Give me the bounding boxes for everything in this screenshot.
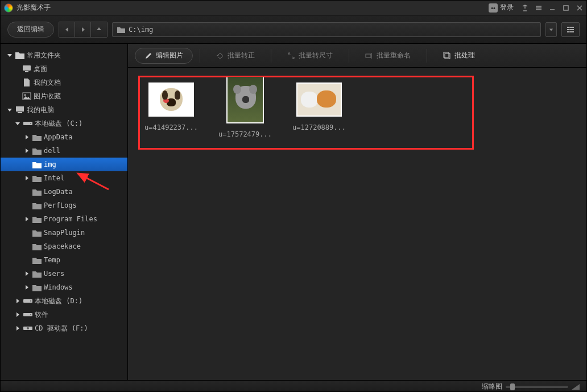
svg-marker-23 [26,148,28,153]
tree-drive-c[interactable]: 本地磁盘 (C:) [1,117,127,130]
thumbnail-item[interactable]: u=41492237... [143,82,200,138]
edit-image-button[interactable]: 编辑图片 [135,48,193,64]
svg-rect-13 [25,71,28,72]
thumbnail-caption: u=12720889... [292,123,346,131]
thumbnail-item[interactable]: u=17572479... [217,82,274,138]
pictures-icon [22,92,31,100]
slider-knob[interactable] [510,383,515,390]
svg-rect-18 [18,112,22,113]
expand-icon [23,271,30,276]
tree-favorites[interactable]: 常用文件夹 [1,48,127,62]
expand-icon [23,135,30,139]
folder-icon [32,229,42,237]
pencil-icon [144,52,152,60]
svg-rect-7 [567,29,569,30]
expand-icon [14,312,21,317]
folder-icon [32,133,42,141]
svg-rect-6 [569,27,574,28]
svg-marker-2 [82,27,85,32]
collapse-icon [14,121,21,126]
expand-icon [14,326,21,331]
tree-pictures[interactable]: 图片收藏 [1,89,127,103]
svg-marker-27 [26,285,28,290]
svg-point-21 [30,123,31,124]
thumbnail-item[interactable]: u=12720889... [291,82,348,138]
thumbnail-image [148,82,194,117]
tree-software[interactable]: 软件 [1,308,127,321]
cd-drive-icon [23,324,32,332]
tree-folder-perflogs[interactable]: PerfLogs [1,199,127,212]
tree-folder-program-files[interactable]: Program Files [1,212,127,226]
tree-folder-spacekace[interactable]: Spacekace [1,240,127,253]
content-toolbar: 编辑图片 批量转正 批量转尺寸 批量重命名 批处理 [128,44,586,68]
pin-button[interactable] [518,1,532,15]
tree-desktop[interactable]: 桌面 [1,62,127,76]
svg-marker-34 [16,326,19,331]
back-to-edit-button[interactable]: 返回编辑 [7,22,54,38]
expand-icon [23,285,30,290]
nav-forward-button[interactable] [75,22,91,37]
tree-documents[interactable]: 我的文档 [1,76,127,89]
minimize-button[interactable] [545,1,559,15]
drive-icon [23,297,32,305]
login-button[interactable]: •• 登录 [484,3,518,13]
folder-icon [32,147,42,155]
thumbnail-caption: u=41492237... [144,123,198,131]
svg-marker-26 [26,271,28,276]
folder-icon [32,256,42,264]
svg-rect-37 [366,54,371,57]
divider [200,49,200,63]
expand-icon [23,148,30,153]
collapse-icon [6,108,13,112]
login-label: 登录 [500,3,514,13]
close-button[interactable] [573,1,586,15]
svg-point-33 [30,314,31,315]
path-input[interactable]: C:\img [112,22,541,37]
title-bar: 光影魔术手 •• 登录 [1,1,586,15]
svg-marker-1 [65,27,68,32]
batch-process-button[interactable]: 批处理 [434,48,484,64]
batch-rename-button[interactable]: 批量重命名 [356,48,420,64]
face-icon: •• [489,3,498,13]
divider [271,49,271,63]
tree-drive-d[interactable]: 本地磁盘 (D:) [1,294,127,308]
collapse-icon [6,53,13,57]
batch-resize-button[interactable]: 批量转尺寸 [278,48,342,64]
tree-drive-f[interactable]: CD 驱动器 (F:) [1,321,127,335]
thumbnail-caption: u=17572479... [218,130,272,138]
thumbnail-gallery[interactable]: u=41492237... u=17572479... u=12720889..… [128,68,586,380]
menu-button[interactable] [532,1,545,15]
drive-icon [23,119,32,127]
tree-folder-appdata[interactable]: AppData [1,130,127,144]
folder-icon [32,242,42,250]
divider [427,49,427,63]
tree-computer[interactable]: 我的电脑 [1,103,127,117]
computer-icon [15,106,24,114]
thumbnail-size-label: 缩略图 [482,382,502,391]
nav-up-button[interactable] [91,22,107,37]
svg-marker-16 [7,109,12,112]
batch-rotate-button[interactable]: 批量转正 [207,48,264,64]
expand-icon [14,299,21,303]
tree-folder-snapplugin[interactable]: SnapPlugin [1,226,127,240]
tree-folder-windows[interactable]: Windows [1,280,127,294]
tree-folder-temp[interactable]: Temp [1,253,127,267]
svg-marker-24 [26,176,28,180]
svg-marker-4 [549,28,553,31]
tree-folder-img[interactable]: img [1,158,127,171]
svg-marker-28 [16,299,19,303]
svg-point-15 [24,94,26,96]
tree-folder-users[interactable]: Users [1,267,127,280]
svg-marker-3 [97,27,101,30]
view-options-button[interactable] [561,22,580,37]
tree-folder-dell[interactable]: dell [1,144,127,158]
thumbnail-size-slider[interactable] [506,386,568,388]
tree-folder-intel[interactable]: Intel [1,171,127,185]
maximize-button[interactable] [559,1,573,15]
status-bar: 缩略图 [1,380,586,392]
path-dropdown[interactable] [545,22,557,37]
tree-folder-logdata[interactable]: LogData [1,185,127,199]
folder-icon [117,26,125,33]
nav-back-button[interactable] [59,22,75,37]
app-title: 光影魔术手 [16,3,51,13]
